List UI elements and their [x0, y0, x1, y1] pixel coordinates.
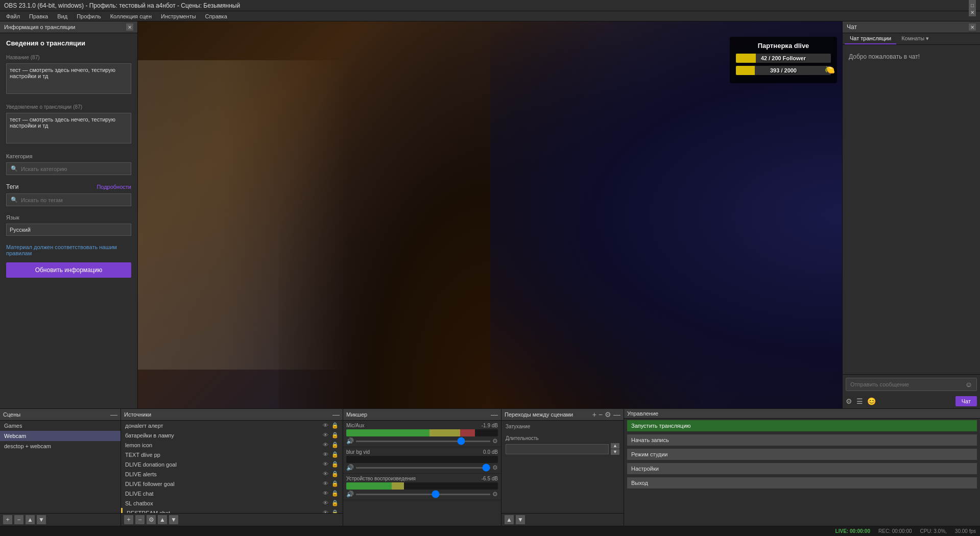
settings-button[interactable]: Настройки — [627, 463, 977, 474]
source-dlive-alerts[interactable]: DLIVE alerts 👁 🔒 — [121, 469, 343, 479]
sources-add-button[interactable]: + — [124, 515, 133, 524]
lock-icon[interactable]: 🔒 — [331, 500, 339, 506]
eye-icon[interactable]: 👁 — [323, 490, 328, 497]
lock-icon[interactable]: 🔒 — [331, 461, 339, 468]
sources-remove-button[interactable]: − — [135, 515, 145, 524]
transitions-add-button[interactable]: + — [592, 410, 596, 419]
chat-close-button[interactable]: ✕ — [969, 23, 976, 31]
chat-message-input[interactable] — [850, 381, 965, 387]
scenes-remove-button[interactable]: − — [14, 515, 23, 524]
speaker-icon[interactable]: 🔊 — [346, 464, 354, 471]
status-live: LIVE: 00:00:00 — [835, 528, 870, 534]
scene-item-games[interactable]: Games — [0, 421, 121, 431]
eye-icon[interactable]: 👁 — [323, 451, 328, 458]
menu-view[interactable]: Вид — [53, 12, 71, 20]
lock-icon[interactable]: 🔒 — [331, 509, 339, 513]
sources-up-button[interactable]: ▲ — [158, 515, 167, 524]
settings-icon[interactable]: ⚙ — [492, 491, 498, 498]
menu-profile[interactable]: Профиль — [73, 12, 105, 20]
eye-icon[interactable]: 👁 — [323, 461, 328, 468]
scenes-add-button[interactable]: + — [3, 515, 12, 524]
list-icon[interactable]: ☰ — [856, 397, 863, 405]
scene-item-desktop[interactable]: desctop + webcam — [0, 441, 121, 451]
tags-details-link[interactable]: Подробности — [97, 184, 131, 190]
status-bar: LIVE: 00:00:00 REC: 00:00:00 CPU: 3.0%, … — [0, 526, 980, 536]
source-dlive-chat[interactable]: DLIVE chat 👁 🔒 — [121, 489, 343, 498]
studio-mode-button[interactable]: Режим студии — [627, 449, 977, 460]
close-button[interactable]: ✕ — [969, 9, 976, 16]
source-dlive-donation[interactable]: DLIVE donation goal 👁 🔒 — [121, 459, 343, 469]
source-lemon-icon[interactable]: lemon icon 👁 🔒 — [121, 440, 343, 450]
eye-icon[interactable]: 👁 — [323, 442, 328, 448]
name-textarea[interactable]: тест — смотреть здесь нечего, тестирую н… — [6, 63, 131, 94]
lock-icon[interactable]: 🔒 — [331, 442, 339, 448]
tags-input[interactable] — [21, 197, 127, 203]
menu-help[interactable]: Справка — [201, 12, 231, 20]
sources-settings-button[interactable]: ⚙ — [147, 515, 156, 524]
lock-icon[interactable]: 🔒 — [331, 422, 339, 429]
eye-icon[interactable]: 👁 — [323, 422, 328, 429]
transitions-settings-button[interactable]: ⚙ — [605, 410, 611, 419]
tab-rooms[interactable]: Комнаты ▾ — [896, 33, 934, 44]
settings-icon[interactable]: ⚙ — [492, 437, 498, 445]
eye-icon[interactable]: 👁 — [323, 432, 328, 438]
menu-scenes[interactable]: Коллекция сцен — [106, 12, 156, 20]
rules-link[interactable]: Материал должен соответствовать нашим пр… — [6, 244, 131, 256]
scenes-down-button[interactable]: ▼ — [37, 515, 46, 524]
sources-down-button[interactable]: ▼ — [169, 515, 178, 524]
sources-minimize-button[interactable]: — — [332, 410, 340, 419]
preview-area: Партнерка dlive 42 / 200 Follower 393 / … — [138, 21, 842, 408]
mixer-playback-slider[interactable] — [356, 494, 490, 495]
transition-duration-controls: 666ms ▲ ▼ — [506, 443, 619, 455]
duration-up-arrow[interactable]: ▲ — [611, 443, 619, 449]
menu-file[interactable]: Файл — [2, 12, 24, 20]
scene-item-webcam[interactable]: Webcam — [0, 431, 121, 441]
category-input[interactable] — [21, 166, 127, 172]
source-battery[interactable]: батарейки в лампу 👁 🔒 — [121, 430, 343, 440]
exit-button[interactable]: Выход — [627, 477, 977, 489]
lock-icon[interactable]: 🔒 — [331, 432, 339, 438]
mixer-mic-slider[interactable] — [356, 441, 490, 442]
transitions-remove-button[interactable]: − — [599, 410, 603, 419]
source-donalerт[interactable]: донаlerт алерт 👁 🔒 — [121, 421, 343, 430]
notif-textarea[interactable]: тест — смотреть здесь нечего, тестирую н… — [6, 113, 131, 143]
update-info-button[interactable]: Обновить информацию — [6, 262, 131, 278]
eye-icon[interactable]: 👁 — [323, 480, 328, 487]
emoji-button[interactable]: ☺ — [965, 380, 972, 388]
scenes-up-button[interactable]: ▲ — [26, 515, 35, 524]
menu-edit[interactable]: Правка — [25, 12, 52, 20]
transition-right-button[interactable]: ▼ — [516, 515, 525, 524]
duration-down-arrow[interactable]: ▼ — [611, 449, 619, 455]
lock-icon[interactable]: 🔒 — [331, 490, 339, 497]
lock-icon[interactable]: 🔒 — [331, 471, 339, 477]
mixer-blur-slider[interactable] — [356, 467, 490, 469]
language-select[interactable]: Русский English — [6, 224, 131, 236]
source-text-dlive[interactable]: TEXT dlive pp 👁 🔒 — [121, 450, 343, 459]
scenes-minimize-button[interactable]: — — [110, 410, 117, 419]
transitions-minimize-button[interactable]: — — [613, 410, 620, 419]
stream-info-close[interactable]: ✕ — [126, 23, 133, 31]
send-chat-button[interactable]: Чат — [955, 396, 977, 406]
speaker-icon[interactable]: 🔊 — [346, 491, 354, 498]
eye-icon[interactable]: 👁 — [323, 509, 328, 513]
speaker-icon[interactable]: 🔊 — [346, 437, 354, 445]
mixer-minimize-button[interactable]: — — [491, 410, 498, 419]
maximize-button[interactable]: □ — [969, 2, 976, 9]
source-dlive-follower[interactable]: DLIVE follower goal 👁 🔒 — [121, 479, 343, 489]
lock-icon[interactable]: 🔒 — [331, 451, 339, 458]
source-sl-chatbox[interactable]: SL chatbox 👁 🔒 — [121, 498, 343, 508]
tab-stream-chat[interactable]: Чат трансляции — [845, 33, 896, 44]
start-stream-button[interactable]: Запустить трансляцию — [627, 420, 977, 431]
settings-icon[interactable]: ⚙ — [846, 397, 852, 405]
transitions-header-label: Переходы между сценами — [505, 411, 573, 418]
eye-icon[interactable]: 👁 — [323, 471, 328, 477]
lock-icon[interactable]: 🔒 — [331, 480, 339, 487]
settings-icon[interactable]: ⚙ — [492, 464, 498, 471]
smiley-icon[interactable]: 😊 — [867, 397, 876, 405]
start-record-button[interactable]: Начать запись — [627, 434, 977, 446]
menu-tools[interactable]: Инструменты — [157, 12, 200, 20]
source-restream-chat[interactable]: RESTREAM chat 👁 🔒 — [121, 508, 343, 513]
transition-duration-input[interactable]: 666ms — [506, 444, 609, 454]
transition-left-button[interactable]: ▲ — [505, 515, 514, 524]
eye-icon[interactable]: 👁 — [323, 500, 328, 506]
